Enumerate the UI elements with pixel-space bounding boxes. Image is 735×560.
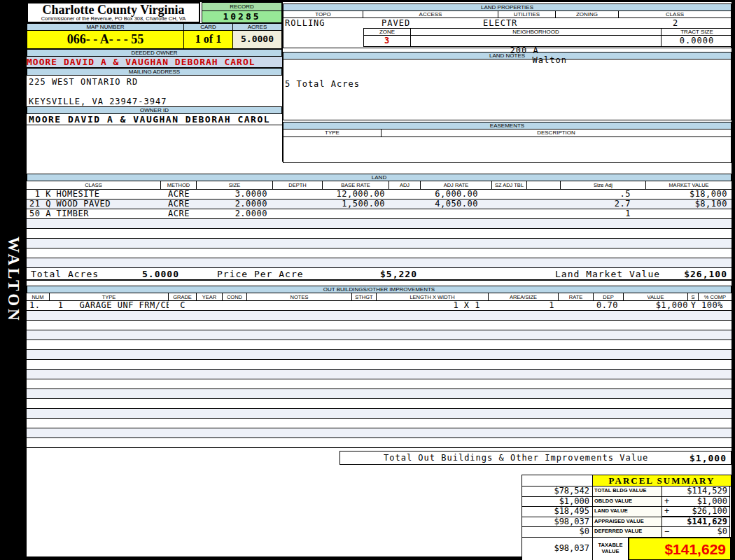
mailing-address-label: MAILING ADDRESS	[27, 68, 282, 76]
utilities-label: UTILITIES	[498, 11, 556, 18]
out-buildings-total-label: Total Out Buildings & Other Improvements…	[384, 453, 648, 463]
topo-value: ROLLING	[285, 18, 326, 28]
tract-size-value: 0.0000	[662, 36, 732, 46]
easement-description-label: DESCRIPTION	[382, 130, 731, 136]
taxable-history-value: $98,037	[522, 537, 593, 560]
land-section: LAND CLASS METHOD SIZE DEPTH BASE RATE A…	[27, 174, 732, 468]
empty-row	[27, 219, 732, 229]
record-value: 10285	[202, 11, 282, 23]
owner-id-value: MOORE DAVID A & VAUGHAN DEBORAH CAROL	[27, 114, 282, 125]
parcel-summary: PARCEL SUMMARY $78,542 TOTAL BLDG VALUE …	[522, 475, 732, 560]
out-buildings-total-box: Total Out Buildings & Other Improvements…	[340, 451, 732, 465]
land-totals-row: Total Acres 5.0000 Price Per Acre $5,220…	[27, 268, 732, 281]
taxable-value: $141,629	[628, 537, 732, 560]
empty-row	[27, 350, 732, 360]
col-length-width: LENGTH X WIDTH	[377, 293, 489, 300]
neighborhood-code: 200 A	[510, 46, 539, 55]
col-method: METHOD	[161, 181, 197, 189]
empty-row	[27, 248, 732, 258]
col-sz-adj-tbl: SZ ADJ TBL	[492, 181, 527, 189]
record-label: RECORD	[202, 2, 282, 11]
map-value-row: 066- - A- - - 55 1 of 1 5.0000	[27, 31, 282, 49]
county-title: Charlotte County Virginia	[28, 4, 199, 16]
out-buildings-total-value: $1,000	[690, 453, 727, 463]
zone-area: ZONE NEIGHBORHOOD TRACT SIZE 3 200 A Wal…	[284, 28, 731, 47]
land-market-value: $26,100	[684, 269, 727, 280]
address-line-2: KEYSVILLE, VA 23947-3947	[29, 87, 282, 106]
col-adj-rate: ADJ RATE	[421, 181, 492, 189]
access-label: ACCESS	[363, 11, 498, 18]
owner-id-label: OWNER ID	[27, 106, 282, 114]
col-blank	[527, 181, 561, 189]
taxable-value-row: $98,037 TAXABLE VALUE $141,629	[522, 538, 731, 560]
empty-row	[27, 399, 732, 409]
zone-table: ZONE NEIGHBORHOOD TRACT SIZE 3 200 A Wal…	[363, 28, 732, 47]
land-table-headers: CLASS METHOD SIZE DEPTH BASE RATE ADJ AD…	[27, 181, 732, 190]
col-num: NUM	[27, 293, 50, 300]
zone-label: ZONE	[364, 29, 411, 35]
district-sidebar: WALTON	[0, 0, 27, 560]
topo-label: TOPO	[284, 11, 363, 18]
utilities-value: ELECTR	[483, 18, 517, 28]
empty-row	[27, 321, 732, 330]
empty-row	[27, 330, 732, 340]
property-record-card: WALTON Charlotte County Virginia Commiss…	[0, 0, 735, 560]
col-value: VALUE	[624, 293, 688, 300]
card-value: 1 of 1	[184, 31, 233, 49]
out-buildings-total-area: Total Out Buildings & Other Improvements…	[27, 451, 732, 468]
neighborhood-label: NEIGHBORHOOD	[411, 29, 662, 35]
empty-row	[27, 229, 732, 239]
record-box: RECORD 10285	[202, 2, 282, 23]
deeded-owner-label: DEEDED OWNER	[27, 49, 282, 57]
empty-row	[27, 438, 732, 448]
map-header-row: MAP NUMBER CARD ACRES	[27, 23, 282, 31]
land-properties-box: TOPO ACCESS UTILITIES ZONING CLASS ROLLI…	[283, 11, 732, 48]
county-header: Charlotte County Virginia Commissioner o…	[27, 2, 200, 23]
address-line-1: 225 WEST ONTARIO RD	[29, 76, 282, 87]
easements-title: EASEMENTS	[283, 122, 732, 130]
col-rate: RATE	[559, 293, 594, 300]
land-notes-box: 5 Total Acres	[283, 59, 732, 120]
empty-row	[27, 258, 732, 268]
col-type: TYPE	[50, 293, 169, 300]
land-properties-values: ROLLING PAVED ELECTR 2	[284, 18, 731, 28]
col-adj: ADJ	[389, 181, 421, 189]
col-base-rate: BASE RATE	[323, 181, 389, 189]
access-value: PAVED	[382, 18, 410, 28]
neighborhood-name: Walton	[533, 55, 567, 65]
col-cond: COND	[223, 293, 247, 300]
taxable-value-label: TAXABLE VALUE	[592, 537, 629, 560]
total-acres-label: Total Acres	[31, 269, 99, 280]
col-size-adj: Size Adj	[561, 181, 646, 189]
neighborhood-value: 200 A Walton	[411, 36, 662, 46]
col-area-size: AREA/SIZE	[489, 293, 559, 300]
map-number-value: 066- - A- - - 55	[27, 31, 184, 49]
out-buildings-title: OUT BUILDINGS/OTHER IMPROVEMENTS	[27, 286, 732, 293]
col-notes: NOTES	[247, 293, 352, 300]
total-acres-value: 5.0000	[142, 269, 179, 280]
owner-panel: Charlotte County Virginia Commissioner o…	[27, 2, 283, 162]
district-name: WALTON	[4, 237, 22, 323]
price-per-acre-label: Price Per Acre	[217, 269, 304, 280]
easement-type-label: TYPE	[284, 130, 382, 136]
col-year: YEAR	[197, 293, 223, 300]
empty-row	[27, 360, 732, 370]
empty-row	[27, 409, 732, 419]
parcel-summary-title: PARCEL SUMMARY	[592, 475, 732, 486]
col-s: S	[688, 293, 699, 300]
parcel-summary-row: $1,000 OBLDG VALUE +$1,000	[522, 497, 731, 507]
land-row: 21 Q WOOD PAVED ACRE 2.0000 1,500.00 4,0…	[27, 200, 732, 209]
empty-row	[27, 311, 732, 321]
col-depth: DEPTH	[273, 181, 323, 189]
empty-row	[27, 370, 732, 379]
land-market-value-label: Land Market Value	[555, 269, 660, 280]
land-row: 1 K HOMESITE ACRE 3.0000 12,000.00 6,000…	[27, 190, 732, 200]
county-subtitle: Commissioner of the Revenue, PO Box 308,…	[28, 16, 199, 22]
parcel-summary-row: $78,542 TOTAL BLDG VALUE $114,529	[522, 486, 731, 497]
land-row: 50 A TIMBER ACRE 2.0000 1	[27, 209, 732, 219]
card-body: Charlotte County Virginia Commissioner o…	[27, 2, 732, 556]
col-grade: GRADE	[169, 293, 197, 300]
col-size: SIZE	[197, 181, 273, 189]
map-number-label: MAP NUMBER	[27, 23, 184, 31]
acres-label: ACRES	[233, 23, 282, 31]
